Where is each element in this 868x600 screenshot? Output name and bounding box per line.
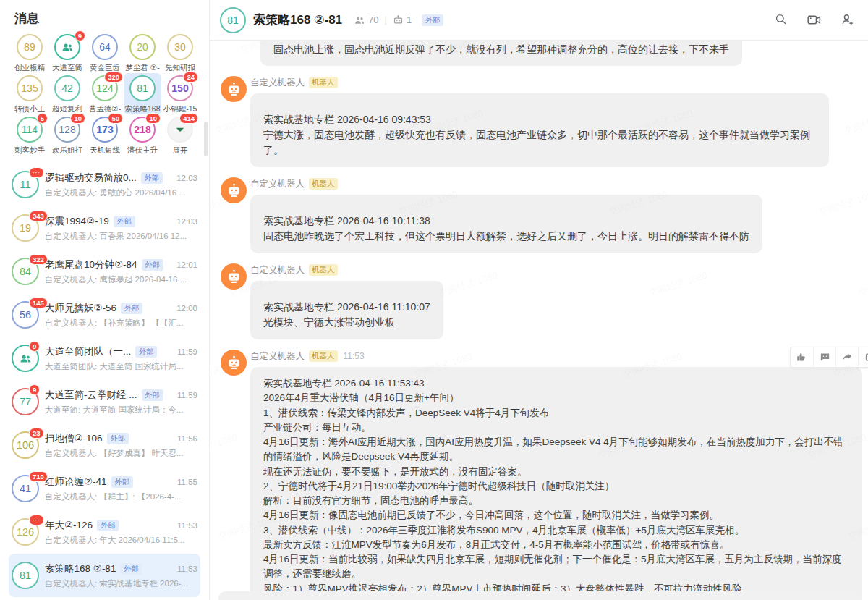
sidebar-scrollbar[interactable]	[204, 122, 208, 156]
robot-tag: 机器人	[309, 77, 338, 88]
group-label: 大道至简	[52, 63, 82, 73]
chat-message: 自定义机器人 机器人 索实战基地专栏 2026-04-16 11:10:07 光…	[221, 263, 862, 339]
avatar-number: 124	[96, 83, 113, 94]
members-count: 70	[368, 14, 378, 25]
quick-group-item[interactable]: 24 150 小锦鲤-15	[161, 73, 199, 114]
share-icon[interactable]	[835, 347, 858, 367]
unread-badge: 9	[75, 30, 85, 41]
quick-group-item[interactable]: 10 128 欢乐姐打	[48, 114, 86, 156]
meta-divider: |	[385, 14, 387, 25]
group-avatar: 20	[129, 34, 156, 60]
conversation-avatar: 81	[12, 562, 39, 589]
comment-icon[interactable]	[813, 347, 835, 367]
group-label: 创业板精	[14, 63, 45, 73]
conversation-item[interactable]: 19 343 深震1994②-19 外部 12:03 自定义机器人: 百香果 2…	[9, 206, 200, 250]
conversation-avatar-wrap: 81	[12, 562, 45, 589]
message-hover-toolbar	[790, 347, 868, 368]
robot-count: 1	[407, 14, 412, 25]
unread-badge: 10	[70, 113, 85, 124]
quick-group-item[interactable]: 50 173 天机短线	[86, 114, 124, 156]
conversation-avatar-wrap: 77 9	[12, 388, 45, 415]
unread-badge: ···	[29, 515, 44, 525]
message-meta: 自定义机器人 机器人 11:53	[250, 350, 862, 363]
quick-group-item[interactable]: 30 先知研报	[161, 32, 199, 73]
search-icon[interactable]	[774, 12, 788, 28]
message-input-area[interactable]	[218, 591, 861, 600]
unread-badge: 9	[29, 384, 40, 395]
video-call-icon[interactable]	[807, 12, 822, 28]
conversation-item[interactable]: 56 145 大师兄擒妖②-56 外部 12:00 自定义机器人: 【补充策略】…	[9, 293, 200, 337]
chat-message: 自定义机器人 机器人 索实战基地专栏 2026-04-16 09:43:53 宁…	[221, 76, 862, 167]
conversation-time: 11:53	[174, 565, 197, 573]
conversation-item[interactable]: 84 322 老鹰尾盘10分钟②-84 外部 12:01 自定义机器人: 鹰惊暴…	[9, 250, 200, 293]
header-actions	[774, 12, 855, 28]
conversation-texts: 扫地僧②-106 外部 11:56 自定义机器人: 【好梦成真】 昨天忍...	[45, 432, 197, 459]
external-tag: 外部	[114, 216, 135, 227]
external-tag: 外部	[141, 172, 163, 184]
group-avatar: 42	[54, 75, 80, 101]
conversation-subtitle: 自定义机器人: 【好梦成真】 昨天忍...	[45, 448, 197, 459]
quick-group-item[interactable]: 42 超短复利	[48, 73, 86, 114]
message-bubble: 索实战基地专栏 2026-04-16 10:11:38 固态电池昨晚选了个宏工科…	[250, 195, 762, 253]
thumbs-up-icon[interactable]	[791, 347, 813, 367]
quick-group-item[interactable]: 5 114 刺客炒手	[11, 114, 48, 156]
quick-group-item[interactable]: 320 124 曹孟德②-	[86, 73, 124, 114]
quick-group-item[interactable]: 414 展开	[161, 114, 199, 156]
conversation-item[interactable]: 126 ··· 年大②-126 外部 11:53 自定义机器人: 年大 2026…	[9, 510, 200, 554]
conversation-item[interactable]: 41 710 红师论缠②-41 外部 11:55 自定义机器人: 【群主】: 【…	[9, 467, 200, 510]
conversation-texts: 大道至简团队（一... 外部 11:59 大道至简团队: 大道至简 国家统计局.…	[45, 345, 197, 372]
conversation-time: 11:53	[174, 521, 197, 530]
quick-group-item[interactable]: 135 转债小王	[11, 73, 48, 114]
conversation-title: 大师兄擒妖②-56	[45, 302, 116, 315]
external-tag: 外部	[135, 346, 157, 358]
quick-group-item[interactable]: 89 创业板精	[11, 32, 48, 73]
group-label: 潜伏主升	[127, 145, 158, 156]
sender-name: 自定义机器人	[250, 178, 305, 190]
unread-badge: 145	[29, 297, 48, 308]
unread-badge: 320	[104, 72, 123, 83]
external-tag: 外部	[120, 563, 142, 575]
group-label: 欢乐姐打	[52, 145, 82, 156]
conversation-texts: 大师兄擒妖②-56 外部 12:00 自定义机器人: 【补充策略】 【【汇...	[45, 302, 197, 329]
conversation-avatar-wrap: 126 ···	[12, 518, 45, 546]
conversation-item[interactable]: 106 23 扫地僧②-106 外部 11:56 自定义机器人: 【好梦成真】 …	[9, 423, 200, 467]
avatar-number: 20	[137, 41, 148, 53]
robot-avatar-icon	[221, 263, 247, 290]
quick-group-item[interactable]: 64 黄金巨齿	[86, 32, 124, 73]
conversation-item[interactable]: 11 ··· 逻辑驱动交易简放0... 外部 12:03 自定义机器人: 勇敢的…	[9, 163, 200, 206]
group-avatar: 30	[167, 34, 193, 60]
conversation-time: 12:00	[174, 304, 197, 313]
avatar-number: 218	[134, 124, 150, 135]
conversation-subtitle: 自定义机器人: 鹰惊暴起 2026-04-16 ...	[45, 274, 197, 285]
message-content: 自定义机器人 机器人 索实战基地专栏 2026-04-16 11:10:07 光…	[250, 263, 862, 339]
quote-icon[interactable]	[858, 347, 868, 367]
quick-group-item[interactable]: 81 索策略168	[124, 73, 161, 114]
quick-group-item[interactable]: 10 218 潜伏主升	[124, 114, 161, 156]
conversation-item[interactable]: 77 9 大道至简-云掌财经 ... 外部 11:59 大道至简: 大道至简 国…	[9, 380, 200, 423]
message-meta: 自定义机器人 机器人	[250, 76, 862, 89]
add-member-icon[interactable]	[841, 12, 855, 28]
conversation-avatar-wrap: 9	[12, 345, 45, 372]
external-tag: 外部	[142, 259, 163, 271]
conversation-title: 深震1994②-19	[45, 215, 109, 228]
quick-group-item[interactable]: 9 大道至简	[48, 32, 86, 73]
external-tag: 外部	[97, 520, 119, 531]
message-list: 固态电池上涨，固态电池近期反弹了不少，就没有列，希望那种调整充分的，高位的让去接…	[210, 41, 868, 600]
group-label: 天机短线	[90, 145, 120, 156]
conversation-title: 年大②-126	[45, 519, 93, 532]
avatar-number: 114	[22, 124, 38, 135]
quick-group-item[interactable]: 20 梦尘君 ②-	[124, 32, 161, 73]
message-content: 自定义机器人 机器人 索实战基地专栏 2026-04-16 10:11:38 固…	[250, 177, 862, 253]
external-tag: 外部	[111, 476, 133, 488]
external-tag: 外部	[121, 303, 142, 314]
conversation-item[interactable]: 9 大道至简团队（一... 外部 11:59 大道至简团队: 大道至简 国家统计…	[9, 337, 200, 380]
unread-badge: 10	[145, 113, 161, 124]
chat-message: 自定义机器人 机器人 索实战基地专栏 2026-04-16 10:11:38 固…	[221, 177, 862, 253]
conversation-item[interactable]: 81 索策略168 ②-81 外部 11:53 自定义机器人: 索实战基地专栏 …	[9, 554, 200, 597]
conversation-time: 12:03	[174, 174, 197, 182]
group-label: 刺客炒手	[14, 145, 45, 156]
conversation-title: 大道至简团队（一...	[45, 345, 131, 358]
unread-badge: 343	[29, 211, 48, 221]
conversation-texts: 红师论缠②-41 外部 11:55 自定义机器人: 【群主】: 【2026-4-…	[45, 476, 197, 502]
message-meta: 自定义机器人 机器人	[250, 263, 862, 276]
